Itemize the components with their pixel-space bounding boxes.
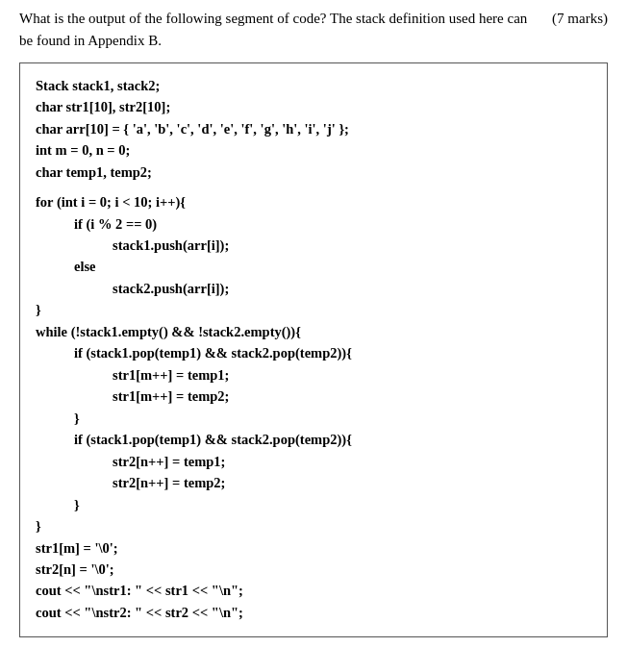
code-line: int m = 0, n = 0; <box>36 139 591 161</box>
code-line: char str1[10], str2[10]; <box>36 96 591 117</box>
code-line: str1[m++] = temp1; <box>36 364 591 386</box>
code-line: if (stack1.pop(temp1) && stack2.pop(temp… <box>36 342 591 363</box>
code-box: Stack stack1, stack2;char str1[10], str2… <box>19 62 608 637</box>
intro-question: What is the output of the following segm… <box>19 8 552 51</box>
code-line: while (!stack1.empty() && !stack2.empty(… <box>36 321 591 342</box>
code-line: else <box>36 256 591 277</box>
code-line: if (stack1.pop(temp1) && stack2.pop(temp… <box>36 429 591 450</box>
code-line: } <box>36 515 591 536</box>
code-line: } <box>36 299 591 320</box>
code-line: if (i % 2 == 0) <box>36 213 591 235</box>
code-line: char temp1, temp2; <box>36 162 591 183</box>
code-line: } <box>36 494 591 515</box>
code-line: char arr[10] = { 'a', 'b', 'c', 'd', 'e'… <box>36 118 591 139</box>
code-line: str2[n++] = temp2; <box>36 472 591 493</box>
code-line: } <box>36 408 591 429</box>
code-line: str2[n++] = temp1; <box>36 451 591 472</box>
code-line: cout << "\nstr1: " << str1 << "\n"; <box>36 580 591 601</box>
code-line: str2[n] = '\0'; <box>36 559 591 580</box>
code-line: str1[m++] = temp2; <box>36 386 591 407</box>
code-line: Stack stack1, stack2; <box>36 75 591 96</box>
code-blank-line <box>36 183 591 191</box>
code-line: for (int i = 0; i < 10; i++){ <box>36 191 591 212</box>
marks-label: (7 marks) <box>552 8 608 30</box>
code-line: stack1.push(arr[i]); <box>36 235 591 256</box>
code-line: stack2.push(arr[i]); <box>36 278 591 299</box>
intro-section: What is the output of the following segm… <box>19 8 608 51</box>
code-line: str1[m] = '\0'; <box>36 537 591 559</box>
code-line: cout << "\nstr2: " << str2 << "\n"; <box>36 602 591 623</box>
